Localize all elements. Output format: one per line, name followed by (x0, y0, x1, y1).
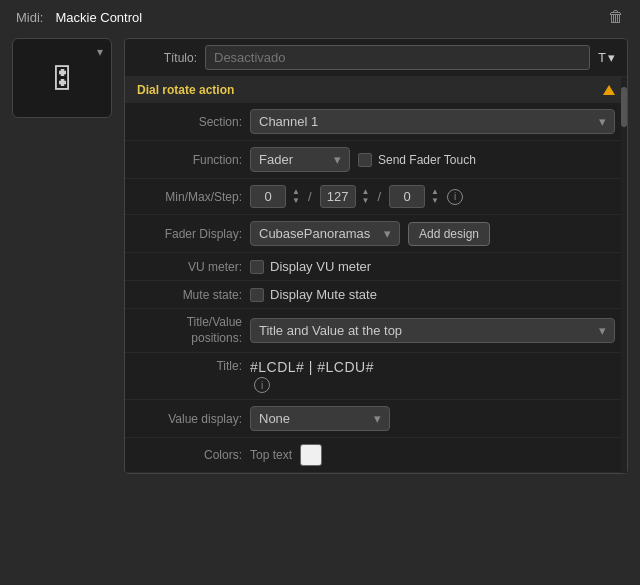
colors-label: Colors: (137, 448, 242, 462)
function-controls: Fader ▾ Send Fader Touch (250, 147, 476, 172)
midi-label: Midi: (16, 10, 43, 25)
titulo-row: Título: T ▾ (125, 39, 627, 77)
t-button-label: T (598, 50, 606, 65)
title-label: Title: (137, 359, 242, 373)
device-panel: ▾ 🎛 (12, 38, 112, 474)
vu-meter-label: VU meter: (137, 260, 242, 274)
section-row: Section: Channel 1 ▾ (125, 103, 627, 141)
fader-display-chevron-icon: ▾ (384, 226, 391, 241)
section-value: Channel 1 (259, 114, 318, 129)
triangle-icon (603, 85, 615, 95)
title-value-positions-value: Title and Value at the top (259, 323, 402, 338)
chevron-down-icon: ▾ (97, 45, 103, 59)
function-label: Function: (137, 153, 242, 167)
value-display-dropdown[interactable]: None ▾ (250, 406, 390, 431)
title-row: Title: #LCDL# | #LCDU# i (125, 353, 627, 400)
scrollbar-track[interactable] (621, 77, 627, 473)
minmax-row: Min/Max/Step: ▲ ▼ / ▲ ▼ / (125, 179, 627, 215)
minmax-controls: ▲ ▼ / ▲ ▼ / ▲ ▼ i (250, 185, 463, 208)
dial-header: Dial rotate action (125, 77, 627, 103)
max-input[interactable] (320, 185, 356, 208)
vu-meter-text: Display VU meter (270, 259, 371, 274)
mute-state-text: Display Mute state (270, 287, 377, 302)
top-text-label: Top text (250, 448, 292, 462)
fader-display-value: CubasePanoramas (259, 226, 370, 241)
step-input[interactable] (389, 185, 425, 208)
title-info: i (250, 377, 270, 393)
section-dropdown[interactable]: Channel 1 ▾ (250, 109, 615, 134)
min-down-icon[interactable]: ▼ (292, 197, 300, 206)
value-display-label: Value display: (137, 412, 242, 426)
trash-icon[interactable]: 🗑 (608, 8, 624, 26)
send-fader-label: Send Fader Touch (358, 153, 476, 167)
top-header: Midi: Mackie Control 🗑 (0, 0, 640, 34)
title-value-positions-row: Title/Value positions: Title and Value a… (125, 309, 627, 353)
value-display-chevron-icon: ▾ (374, 411, 381, 426)
separator-2: / (377, 189, 381, 204)
fader-display-dropdown[interactable]: CubasePanoramas ▾ (250, 221, 400, 246)
t-chevron-icon: ▾ (608, 50, 615, 65)
send-fader-text: Send Fader Touch (378, 153, 476, 167)
mute-state-controls: Display Mute state (250, 287, 377, 302)
title-value-positions-label: Title/Value positions: (137, 315, 242, 346)
separator-1: / (308, 189, 312, 204)
mute-state-label: Mute state: (137, 288, 242, 302)
value-display-value: None (259, 411, 290, 426)
min-input[interactable] (250, 185, 286, 208)
value-display-row: Value display: None ▾ (125, 400, 627, 438)
title-value-positions-dropdown[interactable]: Title and Value at the top ▾ (250, 318, 615, 343)
vu-meter-row: VU meter: Display VU meter (125, 253, 627, 281)
titulo-label: Título: (137, 51, 197, 65)
function-value: Fader (259, 152, 293, 167)
minmax-info-icon[interactable]: i (447, 189, 463, 205)
function-dropdown[interactable]: Fader ▾ (250, 147, 350, 172)
vu-meter-controls: Display VU meter (250, 259, 371, 274)
vu-meter-checkbox[interactable] (250, 260, 264, 274)
colors-controls: Top text (250, 444, 322, 466)
minmax-label: Min/Max/Step: (137, 190, 242, 204)
dial-scroll-area: Dial rotate action Section: Channel 1 ▾ … (125, 77, 627, 473)
section-label: Section: (137, 115, 242, 129)
step-spinner[interactable]: ▲ ▼ (431, 188, 439, 206)
fader-display-label: Fader Display: (137, 227, 242, 241)
section-chevron-icon: ▾ (599, 114, 606, 129)
scrollbar-thumb[interactable] (621, 87, 627, 127)
device-emoji: 🎛 (48, 62, 76, 95)
mute-state-row: Mute state: Display Mute state (125, 281, 627, 309)
main-area: ▾ 🎛 Título: T ▾ Dial rotate action Secti… (0, 38, 640, 474)
t-button[interactable]: T ▾ (598, 50, 615, 65)
title-value-content: #LCDL# | #LCDU# i (250, 359, 374, 393)
top-text-color-swatch[interactable] (300, 444, 322, 466)
send-fader-checkbox[interactable] (358, 153, 372, 167)
colors-row: Colors: Top text (125, 438, 627, 473)
function-chevron-icon: ▾ (334, 152, 341, 167)
add-design-button[interactable]: Add design (408, 222, 490, 246)
function-row: Function: Fader ▾ Send Fader Touch (125, 141, 627, 179)
title-info-icon[interactable]: i (254, 377, 270, 393)
device-icon-box[interactable]: ▾ 🎛 (12, 38, 112, 118)
title-code: #LCDL# | #LCDU# (250, 359, 374, 375)
settings-panel: Título: T ▾ Dial rotate action Section: … (124, 38, 628, 474)
step-down-icon[interactable]: ▼ (431, 197, 439, 206)
max-down-icon[interactable]: ▼ (362, 197, 370, 206)
fader-display-row: Fader Display: CubasePanoramas ▾ Add des… (125, 215, 627, 253)
min-spinner[interactable]: ▲ ▼ (292, 188, 300, 206)
titulo-input[interactable] (205, 45, 590, 70)
mute-state-checkbox[interactable] (250, 288, 264, 302)
fader-display-controls: CubasePanoramas ▾ Add design (250, 221, 490, 246)
device-name: Mackie Control (55, 10, 142, 25)
max-spinner[interactable]: ▲ ▼ (362, 188, 370, 206)
title-value-chevron-icon: ▾ (599, 323, 606, 338)
dial-header-label: Dial rotate action (137, 83, 234, 97)
